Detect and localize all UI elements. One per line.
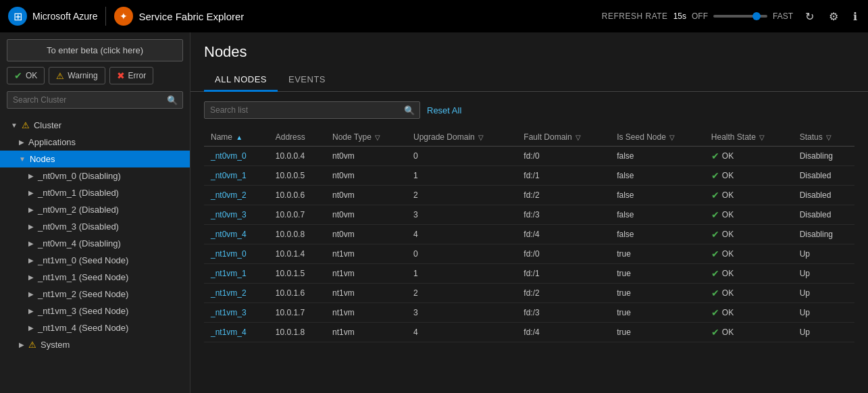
col-health-state[interactable]: Health State ▽ bbox=[705, 128, 793, 147]
sfe-logo: ✦ bbox=[114, 7, 133, 26]
cell-health-state: ✔OK bbox=[705, 147, 793, 166]
chevron-right-icon: ▶ bbox=[28, 172, 34, 180]
filter-icon: ▽ bbox=[375, 134, 380, 141]
sidebar-item-nt0vm4[interactable]: ▶ _nt0vm_4 (Disabling) bbox=[0, 235, 190, 252]
cell-node-type: nt1vm bbox=[326, 244, 407, 264]
chevron-right-icon: ▶ bbox=[28, 240, 34, 247]
sidebar-item-nt1vm4[interactable]: ▶ _nt1vm_4 (Seed Node) bbox=[0, 319, 190, 336]
cell-name[interactable]: _nt0vm_4 bbox=[204, 225, 269, 244]
chevron-right-icon: ▶ bbox=[28, 189, 34, 196]
cell-is-seed-node: false bbox=[610, 186, 705, 205]
cell-status: Disabled bbox=[793, 166, 854, 186]
cell-name[interactable]: _nt0vm_1 bbox=[204, 166, 269, 186]
col-address[interactable]: Address bbox=[269, 128, 326, 147]
cell-status: Disabling bbox=[793, 147, 854, 166]
list-search-input[interactable] bbox=[204, 101, 420, 119]
table-row: _nt0vm_1 10.0.0.5 nt0vm 1 fd:/1 false ✔O… bbox=[204, 166, 854, 186]
refresh-fast-label: FAST bbox=[773, 11, 793, 21]
cell-fault-domain: fd:/3 bbox=[517, 303, 610, 323]
beta-banner[interactable]: To enter beta (click here) bbox=[7, 39, 183, 61]
topbar-divider bbox=[105, 7, 106, 26]
cell-name[interactable]: _nt1vm_1 bbox=[204, 264, 269, 284]
cell-health-state: ✔OK bbox=[705, 303, 793, 323]
layout: To enter beta (click here) ✔ OK ⚠ Warnin… bbox=[0, 32, 868, 393]
cell-node-type: nt0vm bbox=[326, 205, 407, 225]
cell-name[interactable]: _nt0vm_0 bbox=[204, 147, 269, 166]
filter-icon: ▽ bbox=[826, 134, 832, 141]
cell-node-type: nt1vm bbox=[326, 303, 407, 323]
warning-filter-button[interactable]: ⚠ Warning bbox=[49, 67, 105, 84]
warning-label: Warning bbox=[68, 71, 97, 80]
cell-fault-domain: fd:/3 bbox=[517, 205, 610, 225]
cell-fault-domain: fd:/4 bbox=[517, 323, 610, 342]
sidebar-item-system[interactable]: ▶ ⚠ System bbox=[0, 336, 190, 353]
error-label: Error bbox=[128, 71, 147, 80]
sidebar-item-nt0vm0[interactable]: ▶ _nt0vm_0 (Disabling) bbox=[0, 167, 190, 184]
sidebar-item-nt0vm2[interactable]: ▶ _nt0vm_2 (Disabled) bbox=[0, 201, 190, 218]
sidebar-item-nt0vm3[interactable]: ▶ _nt0vm_3 (Disabled) bbox=[0, 218, 190, 235]
info-icon[interactable]: ℹ bbox=[850, 7, 860, 26]
search-input[interactable] bbox=[7, 91, 183, 109]
error-filter-button[interactable]: ✖ Error bbox=[109, 67, 154, 84]
cell-address: 10.0.0.4 bbox=[269, 147, 326, 166]
cell-is-seed-node: false bbox=[610, 225, 705, 244]
col-fault-domain[interactable]: Fault Domain ▽ bbox=[517, 128, 610, 147]
cell-name[interactable]: _nt1vm_0 bbox=[204, 244, 269, 264]
azure-brand: ⊞ Microsoft Azure bbox=[8, 7, 97, 26]
table-row: _nt0vm_2 10.0.0.6 nt0vm 2 fd:/2 false ✔O… bbox=[204, 186, 854, 205]
nt1vm2-label: _nt1vm_2 (Seed Node) bbox=[38, 289, 128, 299]
ok-filter-button[interactable]: ✔ OK bbox=[7, 67, 45, 84]
cell-name[interactable]: _nt0vm_2 bbox=[204, 186, 269, 205]
cell-health-state: ✔OK bbox=[705, 205, 793, 225]
main-header: Nodes bbox=[190, 32, 868, 61]
cell-is-seed-node: false bbox=[610, 205, 705, 225]
cell-name[interactable]: _nt1vm_2 bbox=[204, 284, 269, 303]
cell-address: 10.0.1.5 bbox=[269, 264, 326, 284]
refresh-slider[interactable] bbox=[713, 15, 767, 18]
sidebar-item-nt1vm3[interactable]: ▶ _nt1vm_3 (Seed Node) bbox=[0, 303, 190, 319]
cell-name[interactable]: _nt1vm_4 bbox=[204, 323, 269, 342]
sidebar-item-nt1vm1[interactable]: ▶ _nt1vm_1 (Seed Node) bbox=[0, 269, 190, 286]
tab-all-nodes[interactable]: ALL NODES bbox=[204, 69, 278, 92]
cell-upgrade-domain: 4 bbox=[407, 323, 517, 342]
sidebar-item-cluster[interactable]: ▼ ⚠ Cluster bbox=[0, 117, 190, 134]
cell-fault-domain: fd:/2 bbox=[517, 284, 610, 303]
cell-name[interactable]: _nt0vm_3 bbox=[204, 205, 269, 225]
sidebar-item-nt0vm1[interactable]: ▶ _nt0vm_1 (Disabled) bbox=[0, 184, 190, 201]
sidebar-item-applications[interactable]: ▶ Applications bbox=[0, 134, 190, 151]
app-title: ✦ Service Fabric Explorer bbox=[114, 7, 244, 26]
cell-is-seed-node: false bbox=[610, 147, 705, 166]
refresh-rate-label: REFRESH RATE bbox=[602, 11, 668, 21]
reset-all-button[interactable]: Reset All bbox=[427, 105, 461, 115]
cell-name[interactable]: _nt1vm_3 bbox=[204, 303, 269, 323]
cell-status: Disabled bbox=[793, 205, 854, 225]
sidebar-item-nt1vm0[interactable]: ▶ _nt1vm_0 (Seed Node) bbox=[0, 252, 190, 269]
cell-node-type: nt1vm bbox=[326, 284, 407, 303]
cell-health-state: ✔OK bbox=[705, 323, 793, 342]
cell-upgrade-domain: 1 bbox=[407, 264, 517, 284]
cell-node-type: nt0vm bbox=[326, 147, 407, 166]
nt0vm1-label: _nt0vm_1 (Disabled) bbox=[38, 188, 119, 198]
sidebar-item-nt1vm2[interactable]: ▶ _nt1vm_2 (Seed Node) bbox=[0, 286, 190, 303]
nt0vm2-label: _nt0vm_2 (Disabled) bbox=[38, 205, 119, 215]
tab-events[interactable]: EVENTS bbox=[278, 69, 336, 92]
sidebar-item-nodes[interactable]: ▼ Nodes bbox=[0, 151, 190, 167]
col-node-type[interactable]: Node Type ▽ bbox=[326, 128, 407, 147]
col-upgrade-domain[interactable]: Upgrade Domain ▽ bbox=[407, 128, 517, 147]
col-name[interactable]: Name ▲ bbox=[204, 128, 269, 147]
chevron-right-icon: ▶ bbox=[28, 206, 34, 213]
table-row: _nt1vm_1 10.0.1.5 nt1vm 1 fd:/1 true ✔OK… bbox=[204, 264, 854, 284]
cell-health-state: ✔OK bbox=[705, 166, 793, 186]
col-is-seed-node[interactable]: Is Seed Node ▽ bbox=[610, 128, 705, 147]
cell-status: Up bbox=[793, 264, 854, 284]
chevron-right-icon: ▶ bbox=[19, 138, 24, 146]
refresh-icon[interactable]: ↻ bbox=[802, 7, 817, 26]
table-row: _nt0vm_4 10.0.0.8 nt0vm 4 fd:/4 false ✔O… bbox=[204, 225, 854, 244]
gear-icon[interactable]: ⚙ bbox=[826, 7, 841, 26]
cell-address: 10.0.0.5 bbox=[269, 166, 326, 186]
cell-is-seed-node: true bbox=[610, 264, 705, 284]
main-body: 🔍 Reset All Name ▲ Address Node Type ▽ U… bbox=[190, 92, 868, 352]
sort-asc-icon: ▲ bbox=[236, 134, 242, 141]
ok-label: OK bbox=[26, 71, 37, 80]
col-status[interactable]: Status ▽ bbox=[793, 128, 854, 147]
